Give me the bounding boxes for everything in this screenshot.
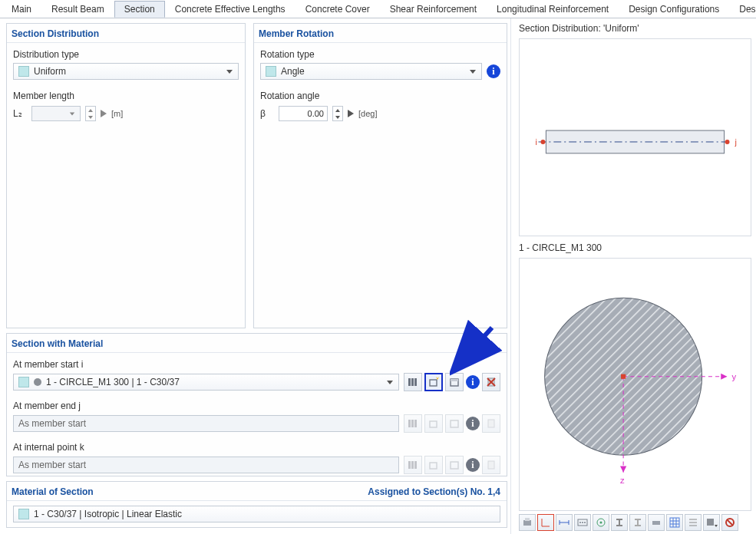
tool-reset-icon[interactable] <box>721 514 738 531</box>
swatch-icon <box>18 377 29 387</box>
svg-rect-28 <box>408 461 411 469</box>
svg-rect-30 <box>414 461 417 469</box>
tool-print-icon[interactable] <box>519 514 536 531</box>
delete-section-button[interactable] <box>482 373 500 391</box>
play-icon[interactable] <box>101 110 107 117</box>
circle-icon <box>34 378 41 386</box>
tool-values-icon[interactable] <box>574 514 591 531</box>
svg-marker-9 <box>335 116 340 119</box>
axis-y: y <box>732 372 737 381</box>
delete-section-button <box>482 456 500 474</box>
tab-result-beam[interactable]: Result Beam <box>41 1 114 18</box>
spinner-member-length[interactable] <box>85 106 96 121</box>
combo-rotation-type-value: Angle <box>281 66 464 77</box>
svg-marker-4 <box>88 109 93 112</box>
combo-member-start[interactable]: 1 - CIRCLE_M1 300 | 1 - C30/37 <box>13 374 399 391</box>
axis-z: z <box>620 476 625 485</box>
svg-marker-6 <box>101 110 107 117</box>
tool-dimensions-icon[interactable] <box>556 514 573 531</box>
label-member-start: At member start i <box>13 359 500 370</box>
tool-i-sec-b-icon[interactable] <box>629 514 646 531</box>
combo-internal-point[interactable]: As member start <box>13 457 399 473</box>
info-icon[interactable]: i <box>466 375 480 389</box>
info-icon[interactable]: i <box>466 458 480 472</box>
tab-concrete-eff-lengths[interactable]: Concrete Effective Lengths <box>165 1 295 18</box>
preview-distribution: i j <box>519 38 751 236</box>
svg-marker-75 <box>715 525 718 527</box>
svg-marker-44 <box>620 466 626 473</box>
edit-section-button <box>445 456 464 474</box>
assigned-sections: Assigned to Section(s) No. 1,4 <box>368 486 500 497</box>
svg-marker-42 <box>721 374 727 380</box>
info-icon[interactable]: i <box>487 64 500 78</box>
tab-main[interactable]: Main <box>2 1 41 18</box>
svg-rect-61 <box>619 519 620 526</box>
label-rotation-type: Rotation type <box>260 49 500 60</box>
panel-title-material-of-section: Material of Section <box>12 486 94 497</box>
panel-member-rotation: Member Rotation Rotation type Angle i Ro… <box>253 23 507 328</box>
panel-section-distribution: Section Distribution Distribution type U… <box>6 23 246 328</box>
new-section-button <box>424 414 443 433</box>
tool-grid-icon[interactable] <box>666 514 683 531</box>
preview-section: y z <box>519 258 751 511</box>
combo-rotation-type[interactable]: Angle <box>260 63 482 80</box>
svg-marker-8 <box>335 109 340 112</box>
svg-marker-11 <box>387 381 393 384</box>
svg-point-56 <box>584 522 586 523</box>
panel-material-of-section: Material of Section Assigned to Section(… <box>6 481 507 528</box>
tool-list-icon[interactable] <box>685 514 702 531</box>
tab-shear-reinf[interactable]: Shear Reinforcement <box>380 1 487 18</box>
tab-design-config[interactable]: Design Configurations <box>619 1 729 18</box>
svg-rect-13 <box>411 378 414 386</box>
svg-rect-29 <box>411 461 414 469</box>
library-button[interactable] <box>404 373 422 391</box>
play-icon[interactable] <box>348 110 354 117</box>
tab-section[interactable]: Section <box>114 1 165 18</box>
svg-rect-15 <box>430 380 437 386</box>
tool-solid-icon[interactable] <box>648 514 665 531</box>
svg-rect-18 <box>451 379 458 381</box>
swatch-icon <box>18 509 29 519</box>
combo-member-start-value: 1 - CIRCLE_M1 300 | 1 - C30/37 <box>46 377 381 387</box>
spinner-rotation-angle[interactable] <box>332 106 343 121</box>
panel-title-section-distribution: Section Distribution <box>7 24 245 43</box>
tool-stress-points-icon[interactable] <box>593 514 609 531</box>
edit-section-button <box>445 414 464 433</box>
svg-point-58 <box>600 522 602 524</box>
combo-material-value: 1 - C30/37 | Isotropic | Linear Elastic <box>34 509 495 519</box>
edit-section-button[interactable] <box>445 373 464 391</box>
chevron-down-icon <box>88 116 93 119</box>
chevron-down-icon <box>469 68 477 75</box>
new-section-button[interactable] <box>424 373 443 391</box>
svg-rect-25 <box>430 421 437 427</box>
svg-rect-14 <box>414 378 417 386</box>
combo-distribution-type[interactable]: Uniform <box>13 63 239 80</box>
svg-rect-31 <box>430 463 437 469</box>
panel-section-with-material: Section with Material At member start i … <box>6 333 507 476</box>
chevron-down-icon <box>335 116 340 119</box>
swatch-icon <box>18 66 29 77</box>
chevron-up-icon <box>88 109 93 112</box>
combo-material[interactable]: 1 - C30/37 | Isotropic | Linear Elastic <box>13 506 500 522</box>
input-rotation-angle[interactable]: 0.00 <box>279 106 328 121</box>
tool-display-dropdown[interactable] <box>703 514 720 531</box>
input-member-length[interactable] <box>31 106 81 121</box>
panel-title-section-with-material: Section with Material <box>7 334 507 353</box>
unit-member-length: [m] <box>111 109 123 118</box>
svg-point-55 <box>582 522 583 523</box>
svg-line-77 <box>727 519 733 526</box>
library-button <box>404 414 422 433</box>
preview-section-title: 1 - CIRCLE_M1 300 <box>519 242 751 253</box>
svg-point-36 <box>540 140 545 144</box>
combo-member-end[interactable]: As member start <box>13 415 399 432</box>
combo-internal-point-value: As member start <box>18 460 394 470</box>
preview-distribution-title: Section Distribution: 'Uniform' <box>519 23 751 34</box>
tool-i-sec-a-icon[interactable] <box>611 514 628 531</box>
tool-axes-icon[interactable] <box>537 514 554 531</box>
tab-design-support[interactable]: Design Support <box>729 1 756 18</box>
info-icon[interactable]: i <box>466 417 480 430</box>
label-member-length: Member length <box>13 91 239 101</box>
svg-marker-10 <box>348 110 354 117</box>
tab-concrete-cover[interactable]: Concrete Cover <box>295 1 380 18</box>
tab-long-reinf[interactable]: Longitudinal Reinforcement <box>487 1 619 18</box>
